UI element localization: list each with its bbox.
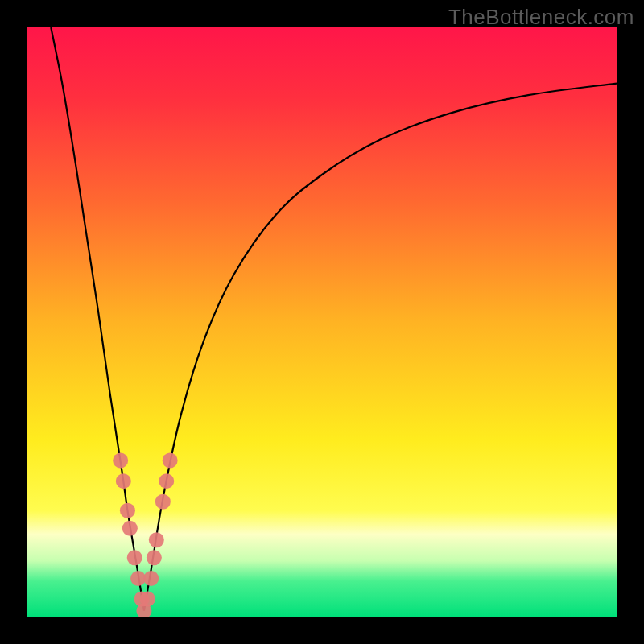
- marker-point: [113, 453, 128, 469]
- marker-point: [147, 550, 162, 565]
- marker-point: [140, 592, 155, 607]
- marker-point: [143, 571, 159, 586]
- marker-point: [159, 473, 174, 489]
- marker-point: [122, 521, 138, 536]
- marker-point: [120, 503, 135, 518]
- marker-point: [163, 453, 178, 469]
- plot-area: [27, 27, 617, 617]
- outer-frame: TheBottleneck.com: [0, 0, 644, 644]
- chart-svg: [27, 27, 617, 617]
- watermark-text: TheBottleneck.com: [448, 5, 634, 30]
- marker-point: [149, 532, 164, 547]
- marker-point: [127, 550, 142, 565]
- marker-point: [155, 494, 171, 510]
- gradient-background: [27, 27, 617, 617]
- marker-point: [116, 473, 131, 489]
